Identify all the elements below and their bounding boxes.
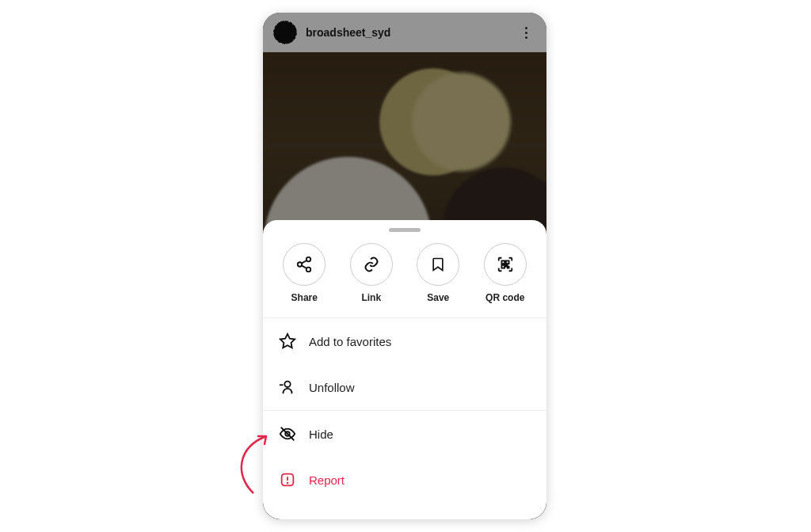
share-button[interactable]: Share <box>276 243 332 303</box>
unfollow-item[interactable]: Unfollow <box>263 364 546 411</box>
report-item[interactable]: Report <box>263 457 546 503</box>
save-label: Save <box>427 292 449 303</box>
add-to-favorites-item[interactable]: Add to favorites <box>263 318 546 364</box>
hide-icon <box>279 425 296 443</box>
action-row: Share Link Save <box>263 235 546 318</box>
svg-point-11 <box>284 382 290 387</box>
qrcode-icon <box>497 256 514 273</box>
bookmark-icon <box>430 256 446 273</box>
unfollow-label: Unfollow <box>309 381 355 394</box>
qrcode-label: QR code <box>485 292 524 303</box>
link-icon <box>363 256 380 273</box>
svg-rect-9 <box>508 267 509 268</box>
phone-mockup: broadsheet_syd Share <box>263 13 546 519</box>
svg-rect-5 <box>501 260 504 264</box>
link-button[interactable]: Link <box>344 243 399 303</box>
svg-point-0 <box>307 257 311 262</box>
star-icon <box>279 332 296 350</box>
svg-point-2 <box>307 268 311 272</box>
bottom-sheet: Share Link Save <box>263 220 546 519</box>
share-icon <box>295 256 313 273</box>
svg-line-4 <box>302 265 307 268</box>
save-button[interactable]: Save <box>410 243 466 303</box>
report-icon <box>279 471 296 488</box>
unfollow-icon <box>279 378 296 396</box>
hide-item[interactable]: Hide <box>263 411 546 457</box>
favorites-label: Add to favorites <box>309 335 391 348</box>
svg-rect-7 <box>501 265 504 268</box>
svg-line-3 <box>302 260 307 264</box>
sheet-drag-handle[interactable] <box>389 228 421 232</box>
qrcode-button[interactable]: QR code <box>478 243 533 303</box>
svg-marker-10 <box>280 334 295 348</box>
svg-point-17 <box>287 483 288 484</box>
svg-rect-6 <box>506 260 509 264</box>
svg-point-1 <box>298 262 303 267</box>
option-list: Add to favorites Unfollow Hide <box>263 318 546 503</box>
share-label: Share <box>291 292 318 303</box>
link-label: Link <box>361 292 381 303</box>
hide-label: Hide <box>309 428 333 441</box>
report-label: Report <box>309 473 345 487</box>
